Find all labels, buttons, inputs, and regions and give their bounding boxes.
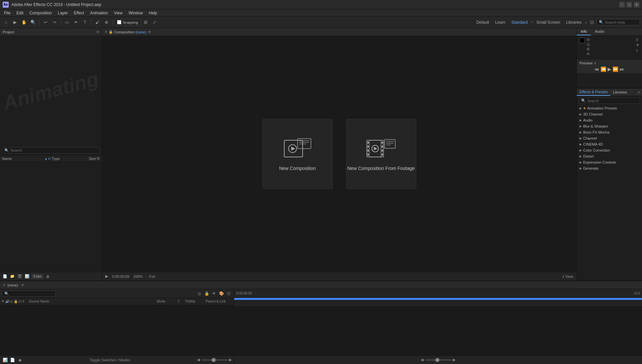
toggle-switches-modes[interactable]: Toggle Switches / Modes: [24, 358, 196, 362]
menu-effect[interactable]: Effect: [71, 10, 87, 16]
effects-search-input[interactable]: [587, 99, 638, 103]
project-search-input[interactable]: [10, 148, 97, 152]
menu-animation[interactable]: Animation: [87, 10, 110, 16]
effects-tab-more[interactable]: »: [636, 90, 642, 95]
tl-right-btn-2[interactable]: ▶: [453, 358, 455, 362]
comp-viewer-menu[interactable]: ≡: [148, 29, 151, 34]
timeline-zoom-handle[interactable]: [435, 358, 439, 362]
tl-shy-btn[interactable]: 👁: [211, 291, 217, 297]
timeline-zoom-slider[interactable]: [425, 359, 451, 361]
effect-generate[interactable]: ▶ Generate: [577, 165, 642, 171]
comp-tb-quality[interactable]: Full: [148, 275, 156, 279]
clone-tool[interactable]: ⊕: [102, 18, 110, 26]
effect-boris-mocha[interactable]: ▶ Boris FX Mocha: [577, 129, 642, 135]
effect-distort[interactable]: ▶ Distort: [577, 153, 642, 159]
tl-lock-btn[interactable]: 🔒: [204, 291, 210, 297]
hand-tool[interactable]: ✋: [20, 18, 28, 26]
menu-edit[interactable]: Edit: [14, 10, 26, 16]
tl-navigate-right[interactable]: ▶: [229, 358, 232, 362]
rect-tool[interactable]: ▭: [63, 18, 71, 26]
tl-right-btn-1[interactable]: ◀: [421, 358, 423, 362]
pen-tool[interactable]: ✒: [72, 18, 80, 26]
preview-menu[interactable]: ≡: [594, 61, 596, 65]
menu-composition[interactable]: Composition: [27, 10, 55, 16]
tl-mask-btn[interactable]: ⊡: [226, 291, 232, 297]
menu-window[interactable]: Window: [126, 10, 145, 16]
ws-learn[interactable]: Learn: [493, 19, 508, 25]
tl-comp-btn[interactable]: 📊: [2, 357, 8, 363]
zoom-slider[interactable]: [201, 359, 228, 361]
tab-effects-presets[interactable]: Effects & Presets: [577, 88, 610, 96]
select-tool[interactable]: ▶: [11, 18, 19, 26]
ws-more-icon[interactable]: »: [585, 20, 587, 25]
ws-settings-icon[interactable]: ≡: [531, 20, 533, 24]
tl-keyframe-btn[interactable]: ◆: [17, 357, 23, 363]
comp-tab-close[interactable]: ✕: [105, 30, 107, 34]
zoom-handle[interactable]: [212, 358, 216, 362]
effect-expression-controls[interactable]: ▶ Expression Controls: [577, 159, 642, 165]
minimize-button[interactable]: −: [619, 2, 625, 7]
prev-play-button[interactable]: ▶: [608, 66, 611, 72]
prev-start-button[interactable]: ⏮: [595, 66, 599, 72]
tab-audio[interactable]: Audio: [591, 28, 608, 35]
comp-tb-view[interactable]: 1 View: [561, 275, 574, 279]
menu-layer[interactable]: Layer: [55, 10, 71, 16]
preview-header: Preview ≡: [579, 61, 639, 65]
camera-icon[interactable]: ⊡: [588, 18, 596, 26]
tab-libraries[interactable]: Libraries: [610, 89, 630, 96]
snapping-toggle[interactable]: Snapping: [115, 19, 141, 25]
effect-cinema4d[interactable]: ▶ CINEMA 4D: [577, 141, 642, 147]
tl-col-icons: 👁 🔊 ◎ 🔒 🏷 #: [1, 300, 28, 303]
ws-standard[interactable]: Standard: [509, 19, 530, 25]
prev-frame-fwd-button[interactable]: ⏩: [613, 66, 618, 72]
zoom-tool[interactable]: 🔍: [29, 18, 37, 26]
maximize-button[interactable]: □: [627, 2, 632, 7]
bit-depth-label[interactable]: 8 bpc: [31, 274, 43, 279]
snapping-checkbox[interactable]: [117, 20, 121, 24]
comp-tb-play[interactable]: ▶: [104, 274, 109, 279]
tl-color-btn[interactable]: 🎨: [218, 291, 224, 297]
new-item-button[interactable]: 📄: [2, 274, 8, 280]
tl-solo-btn[interactable]: ◎: [196, 291, 202, 297]
effect-animation-presets[interactable]: ▶ ★ Animation Presets: [577, 105, 642, 111]
redo-button[interactable]: ↪: [50, 18, 59, 26]
timeline-tab-close[interactable]: ✕: [3, 283, 5, 287]
menu-help[interactable]: Help: [146, 10, 160, 16]
effect-3d-channel[interactable]: ▶ 3D Channel: [577, 111, 642, 117]
project-panel-menu[interactable]: ≡: [96, 29, 99, 34]
tl-layer-btn[interactable]: 📄: [9, 357, 15, 363]
prev-frame-back-button[interactable]: ⏪: [601, 66, 606, 72]
new-composition-card[interactable]: New Composition: [262, 119, 333, 189]
expand-button[interactable]: ⤢: [151, 18, 159, 26]
footage-button[interactable]: 🎬: [17, 274, 23, 280]
ws-small-screen[interactable]: Small Screen: [534, 19, 563, 25]
home-button[interactable]: ⌂: [2, 18, 10, 26]
col-sort-asc[interactable]: ▲: [44, 157, 47, 160]
effect-channel[interactable]: ▶ Channel: [577, 135, 642, 141]
comp-button[interactable]: 📊: [24, 274, 30, 280]
tab-info[interactable]: Info: [577, 28, 591, 35]
menu-view[interactable]: View: [111, 10, 125, 16]
ws-default[interactable]: Default: [474, 19, 492, 25]
close-button[interactable]: ✕: [634, 2, 639, 7]
undo-button[interactable]: ↩: [41, 18, 49, 26]
search-help-input[interactable]: [605, 20, 638, 24]
timeline-menu[interactable]: ≡: [21, 283, 24, 288]
effect-blur-sharpen[interactable]: ▶ Blur & Sharpen: [577, 123, 642, 129]
ws-libraries[interactable]: Libraries: [563, 19, 584, 25]
folder-button[interactable]: 📁: [9, 274, 15, 280]
comp-tb-time[interactable]: 0:00:00:09: [111, 275, 131, 279]
fit-button[interactable]: ⊞: [142, 18, 150, 26]
brush-tool[interactable]: 🖌: [93, 18, 101, 26]
comp-tb-zoom[interactable]: 200%: [132, 275, 144, 279]
tl-navigate-left[interactable]: ◀: [197, 358, 200, 362]
effect-audio[interactable]: ▶ Audio: [577, 117, 642, 123]
prev-end-button[interactable]: ⏭: [620, 66, 624, 72]
text-tool[interactable]: T: [81, 18, 89, 26]
delete-button[interactable]: 🗑: [45, 274, 51, 280]
effect-color-correction[interactable]: ▶ Color Correction: [577, 147, 642, 153]
project-options-icon[interactable]: ⊞: [97, 156, 100, 161]
new-comp-from-footage-card[interactable]: New Composition From Footage: [346, 119, 416, 189]
timeline-search-input[interactable]: [2, 291, 56, 297]
menu-file[interactable]: File: [1, 10, 13, 16]
